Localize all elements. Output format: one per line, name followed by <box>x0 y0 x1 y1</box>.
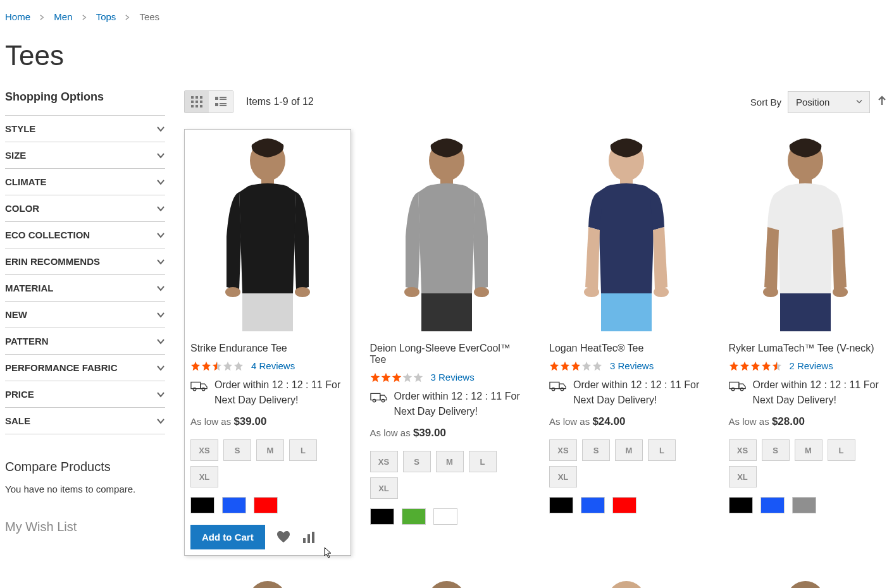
size-option-xs[interactable]: XS <box>370 451 398 472</box>
svg-point-44 <box>763 287 778 297</box>
color-swatch-green[interactable] <box>402 508 426 525</box>
breadcrumb-current: Tees <box>139 11 159 22</box>
size-option-m[interactable]: M <box>256 439 284 461</box>
filter-label: PRICE <box>5 389 34 400</box>
color-swatch-red[interactable] <box>254 497 278 513</box>
product-name[interactable]: Deion Long-Sleeve EverCool™ Tee <box>370 343 525 365</box>
size-option-s[interactable]: S <box>582 439 610 461</box>
sort-by-select[interactable]: Position <box>788 91 870 113</box>
reviews-link[interactable]: 4 Reviews <box>251 360 295 371</box>
product-name[interactable]: Ryker LumaTech™ Tee (V-neck) <box>729 343 883 354</box>
svg-point-48 <box>731 388 735 391</box>
product-image[interactable] <box>370 135 525 331</box>
product-price: $39.00 <box>413 427 446 439</box>
size-option-m[interactable]: M <box>615 439 643 461</box>
product-price: $28.00 <box>772 415 805 427</box>
breadcrumb-link-tops[interactable]: Tops <box>96 11 116 22</box>
breadcrumb-link-home[interactable]: Home <box>5 11 30 22</box>
color-swatch-black[interactable] <box>370 508 394 525</box>
size-option-l[interactable]: L <box>828 439 855 461</box>
size-option-xs[interactable]: XS <box>729 439 757 461</box>
size-option-xl[interactable]: XL <box>190 466 218 487</box>
sort-direction-button[interactable] <box>876 95 889 108</box>
filter-erin-recommends[interactable]: ERIN RECOMMENDS <box>5 248 165 275</box>
filter-color[interactable]: COLOR <box>5 195 165 222</box>
chevron-down-icon <box>156 257 165 266</box>
filter-style[interactable]: STYLE <box>5 116 165 142</box>
size-option-l[interactable]: L <box>289 439 317 461</box>
size-option-xl[interactable]: XL <box>370 477 398 499</box>
product-image[interactable] <box>549 135 704 331</box>
size-option-l[interactable]: L <box>469 451 497 472</box>
filter-label: ECO COLLECTION <box>5 230 90 240</box>
size-option-m[interactable]: M <box>436 451 464 472</box>
product-image[interactable] <box>190 135 345 331</box>
svg-rect-0 <box>191 96 194 99</box>
wishlist-title: My Wish List <box>5 520 165 534</box>
color-swatch-black[interactable] <box>190 497 214 513</box>
view-mode-grid[interactable] <box>185 91 209 113</box>
view-mode-list[interactable] <box>209 91 233 113</box>
size-option-s[interactable]: S <box>403 451 431 472</box>
color-swatch-white[interactable] <box>433 508 457 525</box>
add-to-cart-button[interactable]: Add to Cart <box>190 525 265 549</box>
filter-material[interactable]: MATERIAL <box>5 275 165 302</box>
product-card[interactable]: Ryker LumaTech™ Tee (V-neck) 2 Reviews O… <box>723 129 890 556</box>
filter-label: SIZE <box>5 150 26 161</box>
reviews-link[interactable]: 2 Reviews <box>790 360 833 371</box>
size-option-s[interactable]: S <box>762 439 790 461</box>
delivery-text: Order within 12 : 12 : 11 For Next Day D… <box>394 389 525 419</box>
color-swatch-blue[interactable] <box>222 497 246 513</box>
product-price: $39.00 <box>233 415 266 427</box>
item-count: Items 1-9 of 12 <box>246 96 314 107</box>
svg-point-18 <box>295 287 310 297</box>
reviews-link[interactable]: 3 Reviews <box>431 372 475 383</box>
filter-performance-fabric[interactable]: PERFORMANCE FABRIC <box>5 355 165 381</box>
size-option-xs[interactable]: XS <box>190 439 218 461</box>
product-card[interactable]: Strike Endurance Tee 4 Reviews Order wit… <box>184 129 351 556</box>
filter-price[interactable]: PRICE <box>5 381 165 408</box>
reviews-link[interactable]: 3 Reviews <box>610 360 654 371</box>
product-card[interactable]: Deion Long-Sleeve EverCool™ Tee 3 Review… <box>364 129 531 556</box>
filter-climate[interactable]: CLIMATE <box>5 169 165 195</box>
color-swatch-gray[interactable] <box>792 497 816 513</box>
color-swatch-black[interactable] <box>729 497 753 513</box>
svg-rect-47 <box>729 382 738 388</box>
filter-pattern[interactable]: PATTERN <box>5 328 165 355</box>
svg-point-40 <box>552 388 555 391</box>
product-name[interactable]: Strike Endurance Tee <box>190 343 345 354</box>
compare-icon[interactable] <box>302 530 316 544</box>
price-label: As low as <box>370 427 411 438</box>
svg-point-45 <box>833 287 848 297</box>
product-name[interactable]: Logan HeatTec® Tee <box>549 343 704 354</box>
svg-rect-20 <box>191 382 201 388</box>
color-swatch-red[interactable] <box>612 497 636 513</box>
size-option-l[interactable]: L <box>648 439 676 461</box>
color-swatch-blue[interactable] <box>581 497 605 513</box>
filter-sale[interactable]: SALE <box>5 408 165 434</box>
svg-rect-8 <box>200 105 202 107</box>
filter-size[interactable]: SIZE <box>5 142 165 169</box>
filter-new[interactable]: NEW <box>5 302 165 328</box>
product-card[interactable]: Logan HeatTec® Tee 3 Reviews Order withi… <box>543 129 710 556</box>
size-option-xl[interactable]: XL <box>729 466 757 487</box>
price-label: As low as <box>729 416 769 427</box>
svg-rect-11 <box>220 99 227 100</box>
truck-icon <box>729 379 747 392</box>
filter-eco-collection[interactable]: ECO COLLECTION <box>5 222 165 248</box>
color-swatch-blue[interactable] <box>761 497 785 513</box>
product-image[interactable] <box>729 135 883 331</box>
color-swatch-black[interactable] <box>549 497 573 513</box>
size-option-m[interactable]: M <box>795 439 823 461</box>
size-option-s[interactable]: S <box>223 439 251 461</box>
chevron-down-icon <box>156 310 165 319</box>
breadcrumb-link-men[interactable]: Men <box>54 11 72 22</box>
star-icon <box>761 361 771 371</box>
size-option-xs[interactable]: XS <box>549 439 577 461</box>
size-option-xl[interactable]: XL <box>549 466 577 487</box>
filter-label: MATERIAL <box>5 283 53 293</box>
svg-point-22 <box>202 388 205 391</box>
svg-rect-6 <box>191 105 194 107</box>
svg-point-33 <box>382 399 385 402</box>
wishlist-icon[interactable] <box>276 530 290 544</box>
